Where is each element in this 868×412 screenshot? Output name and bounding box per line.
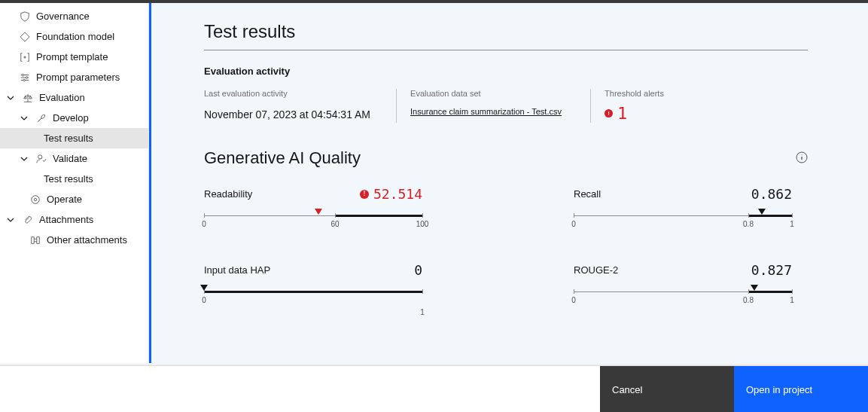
sidebar-item-label: Operate: [47, 194, 82, 205]
chevron-down-icon: [20, 114, 29, 123]
wrench-icon: [36, 113, 47, 124]
last-activity-cell: Last evaluation activity November 07, 20…: [204, 89, 397, 123]
brackets-icon: [20, 52, 30, 63]
sidebar-item-label: Prompt parameters: [36, 72, 120, 83]
svg-point-5: [34, 198, 37, 201]
sidebar-item-test-results[interactable]: Test results: [0, 128, 148, 148]
sidebar-item-foundation-model[interactable]: Foundation model: [0, 26, 148, 47]
dataset-cell: Evaluation data set Insurance claim summ…: [410, 89, 591, 123]
sliders-icon: [20, 72, 30, 83]
marker-icon: [200, 285, 208, 291]
sidebar-item-governance[interactable]: Governance: [0, 6, 148, 26]
sidebar-item-label: Other attachments: [47, 234, 127, 246]
metric-name: Input data HAP: [204, 264, 270, 276]
dataset-link[interactable]: Insurance claim summarization - Test.csv: [410, 107, 562, 116]
page-title: Test results: [204, 21, 808, 50]
sidebar-item-label: Prompt template: [36, 51, 108, 63]
metric-value: 0.827: [751, 262, 792, 278]
sidebar-item-label: Evaluation: [39, 92, 85, 103]
evaluation-activity-heading: Evaluation activity: [204, 66, 808, 77]
metric-slider: 0 0.8 1: [574, 211, 792, 229]
sidebar-item-label: Test results: [44, 173, 93, 185]
metric-slider: 0 0.8 1: [574, 287, 792, 305]
metric-slider: 0 60 100: [204, 211, 422, 229]
quality-title: Generative AI Quality: [204, 148, 361, 168]
metric-name: Recall: [574, 188, 601, 200]
sidebar-item-label: Develop: [53, 112, 89, 124]
open-in-project-button[interactable]: Open in project: [734, 366, 868, 412]
shield-icon: [20, 11, 30, 22]
sidebar-item-prompt-template[interactable]: Prompt template: [0, 47, 148, 67]
sidebar-item-attachments[interactable]: Attachments: [0, 209, 148, 230]
metric-value: ! 52.514: [360, 186, 422, 202]
metric-name: ROUGE-2: [574, 264, 618, 276]
metric-value: 0: [414, 262, 422, 278]
sidebar-item-validate[interactable]: Validate: [0, 148, 148, 169]
diamond-icon: [20, 32, 30, 42]
alert-count: 1: [617, 104, 627, 123]
metric-rouge2: ROUGE-2 0.827 0 0.8 1: [574, 262, 792, 305]
info-icon[interactable]: [796, 151, 808, 163]
alerts-cell: Threshold alerts ! 1: [605, 89, 785, 123]
attachment-icon: [30, 235, 41, 246]
metric-slider: 0 1: [204, 287, 422, 305]
metric-name: Readability: [204, 188, 252, 200]
last-activity-value: November 07, 2023 at 04:54:31 AM: [204, 108, 370, 121]
metric-value: 0.862: [751, 186, 792, 202]
target-icon: [30, 194, 41, 205]
sidebar-item-other-attachments[interactable]: Other attachments: [0, 230, 148, 250]
marker-icon: [751, 285, 758, 291]
alert-icon: !: [605, 109, 613, 117]
alerts-label: Threshold alerts: [605, 89, 760, 98]
svg-point-4: [32, 195, 40, 203]
marker-icon: [758, 209, 766, 215]
footer: Cancel Open in project: [0, 365, 868, 412]
chevron-down-icon: [6, 93, 15, 102]
sidebar-item-operate[interactable]: Operate: [0, 189, 148, 209]
scale-icon: [23, 93, 33, 103]
sidebar-item-label: Governance: [36, 11, 90, 22]
sidebar: Governance Foundation model Prompt templ…: [0, 3, 149, 363]
svg-point-0: [22, 74, 24, 76]
svg-point-1: [26, 76, 28, 78]
svg-point-3: [38, 154, 42, 158]
metric-recall: Recall 0.862 0 0.8 1: [574, 186, 792, 229]
metric-input-hap: Input data HAP 0 0 1: [204, 262, 422, 305]
chevron-down-icon: [20, 154, 29, 163]
last-activity-label: Last evaluation activity: [204, 89, 370, 98]
sidebar-item-label: Attachments: [39, 214, 93, 225]
paperclip-icon: [23, 215, 33, 225]
sidebar-item-label: Test results: [44, 133, 93, 144]
sidebar-item-label: Foundation model: [36, 31, 114, 42]
user-check-icon: [36, 154, 47, 164]
alert-icon: !: [360, 190, 369, 199]
sidebar-item-validate-test-results[interactable]: Test results: [0, 169, 148, 189]
dataset-label: Evaluation data set: [410, 89, 565, 98]
cancel-button[interactable]: Cancel: [600, 366, 734, 412]
sidebar-item-label: Validate: [53, 153, 87, 164]
sidebar-item-evaluation[interactable]: Evaluation: [0, 87, 148, 108]
chevron-down-icon: [6, 215, 15, 224]
svg-point-2: [23, 79, 26, 81]
sidebar-item-prompt-parameters[interactable]: Prompt parameters: [0, 67, 148, 87]
evaluation-activity-row: Last evaluation activity November 07, 20…: [204, 89, 808, 123]
metric-readability: Readability ! 52.514 0 60: [204, 186, 422, 229]
marker-icon: [315, 209, 322, 215]
main-content: Test results Evaluation activity Last ev…: [149, 3, 868, 363]
sidebar-item-develop[interactable]: Develop: [0, 108, 148, 128]
